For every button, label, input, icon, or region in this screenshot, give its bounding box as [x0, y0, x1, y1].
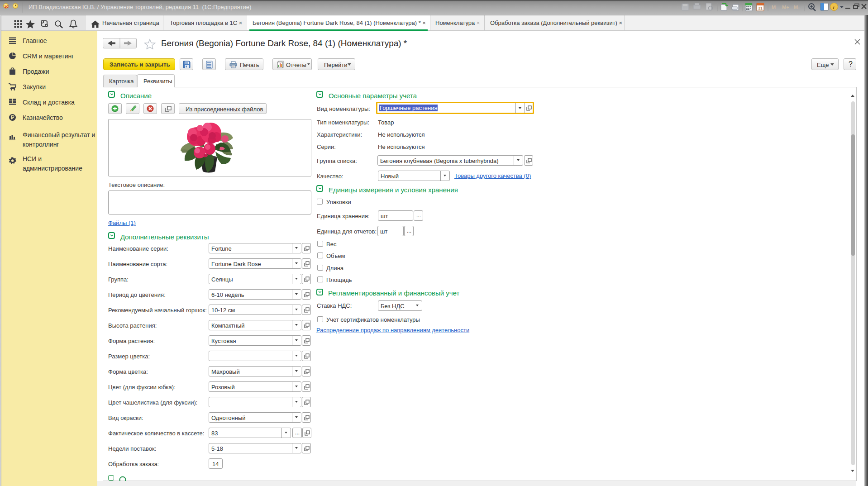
svg-text:M: M: [772, 5, 776, 10]
svg-text:M+: M+: [782, 5, 789, 10]
svg-text:M-: M-: [794, 5, 800, 10]
svg-text:31: 31: [758, 6, 763, 10]
